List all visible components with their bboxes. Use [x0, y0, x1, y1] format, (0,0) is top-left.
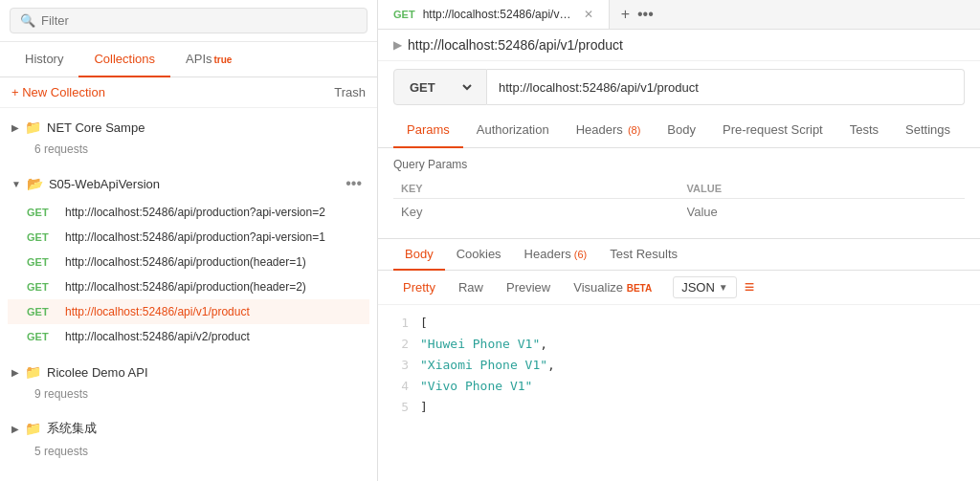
code-line-4: 4 "Vivo Phone V1" — [393, 376, 965, 397]
url-input[interactable] — [487, 69, 965, 105]
tab-response-headers[interactable]: Headers (6) — [513, 239, 599, 271]
chevron-right-icon-sysint: ▶ — [11, 424, 19, 434]
tab-method-badge: GET — [393, 9, 415, 20]
new-tab-button[interactable]: + — [621, 6, 630, 23]
collection-net-core: ▶ 📁 NET Core Sampe 6 requests — [0, 108, 377, 164]
format-select-chevron-icon: ▼ — [719, 282, 728, 293]
toolbar: + New Collection Trash — [0, 77, 377, 108]
code-line-3: 3 "Xiaomi Phone V1", — [393, 355, 965, 376]
collection-header-ricolee[interactable]: ▶ 📁 Ricolee Demo API — [8, 357, 369, 387]
response-tabs-bar: Body Cookies Headers (6) Test Results — [378, 238, 980, 271]
collection-name-sysint: 系统集成 — [47, 420, 366, 437]
response-body: Pretty Raw Preview Visualize BETA JSON ▼… — [378, 271, 980, 481]
folder-icon-sysint: 📁 — [25, 421, 41, 436]
chevron-down-icon: ▼ — [11, 179, 21, 189]
key-input[interactable] — [401, 205, 672, 219]
collections-list: ▶ 📁 NET Core Sampe 6 requests ▼ 📂 S05-We… — [0, 108, 377, 481]
request-url: http://localhost:52486/api/production?ap… — [65, 230, 325, 244]
tab-pre-request[interactable]: Pre-request Script — [709, 113, 836, 148]
params-tabs: Params Authorization Headers (8) Body Pr… — [378, 113, 980, 148]
method-badge: GET — [27, 207, 57, 218]
wrap-text-button[interactable]: ≡ — [745, 277, 755, 297]
tab-collections[interactable]: Collections — [78, 42, 170, 77]
request-item[interactable]: GET http://localhost:52486/api/productio… — [8, 274, 369, 299]
request-item-active[interactable]: GET http://localhost:52486/api/v1/produc… — [8, 299, 369, 324]
search-icon: 🔍 — [20, 13, 35, 28]
breadcrumb-bar: ▶ http://localhost:52486/api/v1/product — [378, 30, 980, 61]
tab-headers[interactable]: Headers (8) — [563, 113, 655, 148]
breadcrumb-arrow-icon: ▶ — [393, 38, 402, 52]
code-line-2: 2 "Huwei Phone V1", — [393, 334, 965, 355]
breadcrumb-url: http://localhost:52486/api/v1/product — [408, 37, 623, 53]
tab-close-button[interactable]: ✕ — [584, 8, 593, 21]
collection-name-ricolee: Ricolee Demo API — [47, 365, 366, 380]
tab-url-text: http://localhost:52486/api/v1/... — [423, 8, 576, 21]
tab-cookies[interactable]: Cookies — [445, 239, 513, 271]
response-format-bar: Pretty Raw Preview Visualize BETA JSON ▼… — [378, 271, 980, 305]
kv-table: KEY VALUE — [393, 179, 965, 225]
method-badge: GET — [27, 231, 57, 243]
request-item[interactable]: GET http://localhost:52486/api/productio… — [8, 250, 369, 274]
code-area: 1 [ 2 "Huwei Phone V1", 3 "Xiaomi Phone … — [378, 305, 980, 481]
right-panel: GET http://localhost:52486/api/v1/... ✕ … — [378, 0, 980, 481]
request-url: http://localhost:52486/api/production(he… — [65, 255, 306, 269]
collection-name-net-core: NET Core Sampe — [47, 120, 366, 135]
request-url: http://localhost:52486/api/production?ap… — [65, 206, 325, 219]
folder-icon-ricolee: 📁 — [25, 364, 41, 380]
kv-row — [393, 199, 965, 226]
method-select[interactable]: GET POST PUT DELETE PATCH — [406, 79, 475, 96]
method-badge: GET — [27, 306, 57, 317]
collection-name-s05: S05-WebApiVersion — [49, 177, 342, 191]
query-params-section: Query Params KEY VALUE — [378, 148, 980, 234]
active-request-tab[interactable]: GET http://localhost:52486/api/v1/... ✕ — [378, 0, 610, 29]
search-bar: 🔍 — [0, 0, 377, 42]
chevron-right-icon-ricolee: ▶ — [11, 367, 19, 378]
method-badge: GET — [27, 281, 57, 293]
collection-count-ricolee: 9 requests — [8, 387, 369, 404]
format-select[interactable]: JSON ▼ — [673, 276, 737, 298]
url-input-bar: GET POST PUT DELETE PATCH — [393, 69, 965, 105]
request-item[interactable]: GET http://localhost:52486/api/productio… — [8, 225, 369, 250]
request-list-s05: GET http://localhost:52486/api/productio… — [8, 200, 369, 349]
format-select-label: JSON — [681, 280, 715, 295]
folder-icon: 📁 — [25, 120, 41, 135]
new-collection-button[interactable]: + New Collection — [11, 85, 105, 99]
more-options-button[interactable]: ••• — [342, 175, 366, 192]
request-tabs-bar: GET http://localhost:52486/api/v1/... ✕ … — [378, 0, 980, 30]
collection-header-sysint[interactable]: ▶ 📁 系统集成 — [8, 412, 369, 445]
value-input[interactable] — [687, 205, 958, 219]
tab-params[interactable]: Params — [393, 113, 463, 148]
request-url: http://localhost:52486/api/production(he… — [65, 280, 306, 294]
folder-icon-s05: 📂 — [27, 176, 43, 191]
tab-body[interactable]: Body — [654, 113, 709, 148]
collection-header-s05[interactable]: ▼ 📂 S05-WebApiVersion ••• — [8, 167, 369, 200]
collection-count-net-core: 6 requests — [8, 142, 369, 160]
left-panel: 🔍 History Collections APIstrue + New Col… — [0, 0, 378, 481]
trash-button[interactable]: Trash — [334, 85, 366, 99]
format-pretty-button[interactable]: Pretty — [393, 276, 445, 298]
tab-history[interactable]: History — [10, 42, 78, 77]
collection-sysint: ▶ 📁 系统集成 5 requests — [0, 408, 377, 466]
tab-response-body[interactable]: Body — [393, 239, 445, 271]
request-url-active: http://localhost:52486/api/v1/product — [65, 305, 250, 318]
tab-authorization[interactable]: Authorization — [463, 113, 563, 148]
filter-input[interactable] — [41, 13, 357, 28]
tab-apis[interactable]: APIstrue — [170, 42, 247, 77]
format-raw-button[interactable]: Raw — [449, 276, 493, 298]
collection-header-net-core[interactable]: ▶ 📁 NET Core Sampe — [8, 112, 369, 142]
key-column-header: KEY — [393, 179, 679, 199]
tab-more-button[interactable]: ••• — [637, 6, 654, 23]
request-item[interactable]: GET http://localhost:52486/api/v2/produc… — [8, 324, 369, 349]
collection-count-sysint: 5 requests — [8, 445, 369, 462]
collection-s05: ▼ 📂 S05-WebApiVersion ••• GET http://loc… — [0, 164, 377, 353]
value-column-header: VALUE — [679, 179, 966, 199]
format-preview-button[interactable]: Preview — [497, 276, 560, 298]
request-item[interactable]: GET http://localhost:52486/api/productio… — [8, 200, 369, 225]
tab-settings[interactable]: Settings — [892, 113, 964, 148]
left-tabs: History Collections APIstrue — [0, 42, 377, 77]
tab-tests[interactable]: Tests — [836, 113, 892, 148]
search-input-wrap: 🔍 — [10, 8, 368, 33]
tab-test-results[interactable]: Test Results — [598, 239, 689, 271]
code-line-1: 1 [ — [393, 313, 965, 334]
format-visualize-button[interactable]: Visualize BETA — [564, 276, 661, 298]
